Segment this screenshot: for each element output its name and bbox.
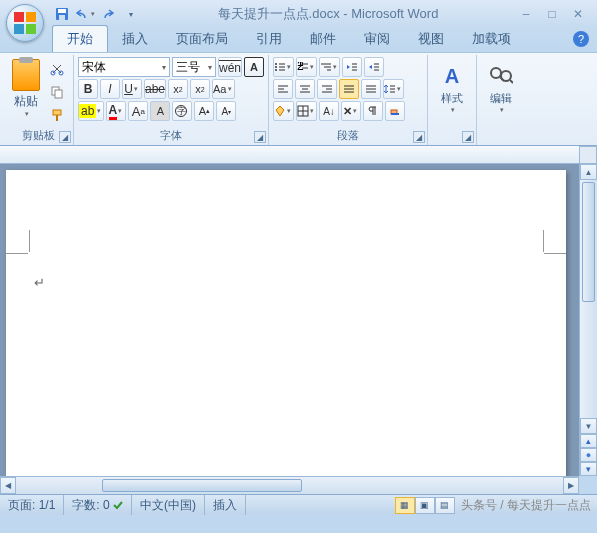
status-page[interactable]: 页面: 1/1: [0, 495, 64, 515]
prev-page-button[interactable]: ▴: [580, 434, 597, 448]
character-shading-button[interactable]: A: [150, 101, 170, 121]
hscroll-thumb[interactable]: [102, 479, 302, 492]
tab-home[interactable]: 开始: [52, 25, 108, 52]
font-size-value: 三号: [176, 59, 200, 76]
bold-button[interactable]: B: [78, 79, 98, 99]
cut-button[interactable]: [47, 59, 67, 79]
tab-review[interactable]: 审阅: [350, 26, 404, 52]
shading-button[interactable]: ▾: [273, 101, 294, 121]
styles-dialog-launcher[interactable]: ◢: [462, 131, 474, 143]
scroll-up-button[interactable]: ▲: [580, 164, 597, 180]
status-language[interactable]: 中文(中国): [132, 495, 205, 515]
subscript-button[interactable]: x2: [168, 79, 188, 99]
paragraph-dialog-launcher[interactable]: ◢: [413, 131, 425, 143]
clear-formatting-button[interactable]: [385, 101, 405, 121]
web-layout-view-button[interactable]: ▤: [435, 497, 455, 514]
print-layout-view-button[interactable]: ▦: [395, 497, 415, 514]
group-paragraph-title: 段落: [273, 126, 423, 145]
align-left-button[interactable]: [273, 79, 293, 99]
title-bar: ▾ ▾ 每天提升一点点.docx - Microsoft Word – □ ✕: [0, 0, 597, 28]
font-dialog-launcher[interactable]: ◢: [254, 131, 266, 143]
bullets-button[interactable]: ▾: [273, 57, 294, 77]
multilevel-list-button[interactable]: ▾: [319, 57, 340, 77]
numbering-button[interactable]: 12▾: [296, 57, 317, 77]
help-button[interactable]: ?: [573, 31, 589, 47]
group-font-title: 字体: [78, 126, 264, 145]
vertical-scrollbar[interactable]: ▲ ▼ ▴ ● ▾: [579, 164, 597, 476]
strikethrough-button[interactable]: abe: [144, 79, 166, 99]
status-words[interactable]: 字数: 0: [64, 495, 132, 515]
scroll-left-button[interactable]: ◀: [0, 477, 16, 494]
editing-button[interactable]: 编辑 ▾: [481, 57, 521, 127]
enclose-characters-button[interactable]: 字: [172, 101, 192, 121]
clipboard-dialog-launcher[interactable]: ◢: [59, 131, 71, 143]
tab-references[interactable]: 引用: [242, 26, 296, 52]
distributed-button[interactable]: [361, 79, 381, 99]
font-color-button[interactable]: A▾: [106, 101, 126, 121]
tab-view[interactable]: 视图: [404, 26, 458, 52]
align-right-button[interactable]: [317, 79, 337, 99]
next-page-button[interactable]: ▾: [580, 462, 597, 476]
minimize-button[interactable]: –: [515, 5, 537, 23]
undo-button[interactable]: ▾: [75, 4, 95, 24]
underline-button[interactable]: U▾: [122, 79, 142, 99]
line-spacing-button[interactable]: ▾: [383, 79, 404, 99]
font-family-value: 宋体: [82, 59, 106, 76]
tab-insert[interactable]: 插入: [108, 26, 162, 52]
office-button[interactable]: [6, 4, 44, 42]
increase-indent-button[interactable]: [364, 57, 384, 77]
show-marks-button[interactable]: [363, 101, 383, 121]
character-border-button[interactable]: A: [244, 57, 264, 77]
svg-point-53: [501, 71, 511, 81]
scroll-right-button[interactable]: ▶: [563, 477, 579, 494]
grow-font-button[interactable]: Aa: [128, 101, 148, 121]
styles-label: 样式: [441, 91, 463, 106]
justify-button[interactable]: [339, 79, 359, 99]
asian-layout-button[interactable]: ✕▾: [341, 101, 361, 121]
browse-object-button[interactable]: ●: [580, 448, 597, 462]
grow-font-a-button[interactable]: A▴: [194, 101, 214, 121]
font-size-combo[interactable]: 三号▾: [172, 57, 216, 77]
group-font: 宋体▾ 三号▾ wén A B I U▾ abe x2 x2 Aa▾ ab▾ A…: [74, 55, 269, 145]
styles-button[interactable]: A 样式 ▾: [432, 57, 472, 127]
paste-button[interactable]: 粘贴 ▾: [7, 57, 45, 126]
change-case-button[interactable]: Aa▾: [212, 79, 234, 99]
svg-point-9: [275, 63, 277, 65]
spellcheck-icon: [113, 500, 123, 510]
redo-button[interactable]: [98, 4, 118, 24]
horizontal-scrollbar[interactable]: ◀ ▶: [0, 476, 579, 494]
decrease-indent-button[interactable]: [342, 57, 362, 77]
italic-button[interactable]: I: [100, 79, 120, 99]
svg-line-54: [510, 80, 513, 83]
status-insert-mode[interactable]: 插入: [205, 495, 246, 515]
document-area: ↵ ▲ ▼ ▴ ● ▾ ◀ ▶: [0, 146, 597, 494]
status-words-label: 字数: 0: [72, 497, 109, 514]
qat-customize-button[interactable]: ▾: [121, 4, 141, 24]
copy-button[interactable]: [47, 82, 67, 102]
maximize-button[interactable]: □: [541, 5, 563, 23]
close-button[interactable]: ✕: [567, 5, 589, 23]
editing-label: 编辑: [490, 91, 512, 106]
font-family-combo[interactable]: 宋体▾: [78, 57, 170, 77]
tab-page-layout[interactable]: 页面布局: [162, 26, 242, 52]
ruler-toggle-button[interactable]: [579, 146, 597, 164]
group-editing: 编辑 ▾ _: [477, 55, 525, 145]
borders-button[interactable]: ▾: [296, 101, 317, 121]
margin-guide-icon: [542, 230, 544, 252]
shrink-font-a-button[interactable]: A▾: [216, 101, 236, 121]
sort-button[interactable]: A↓: [319, 101, 339, 121]
document-viewport[interactable]: ↵: [0, 164, 579, 476]
phonetic-guide-button[interactable]: wén: [218, 57, 242, 77]
align-center-button[interactable]: [295, 79, 315, 99]
tab-addins[interactable]: 加载项: [458, 26, 525, 52]
highlight-button[interactable]: ab▾: [78, 101, 104, 121]
horizontal-ruler[interactable]: [0, 146, 579, 164]
document-page[interactable]: ↵: [6, 170, 566, 476]
superscript-button[interactable]: x2: [190, 79, 210, 99]
full-screen-view-button[interactable]: ▣: [415, 497, 435, 514]
save-button[interactable]: [52, 4, 72, 24]
vscroll-thumb[interactable]: [582, 182, 595, 302]
tab-mailings[interactable]: 邮件: [296, 26, 350, 52]
scroll-down-button[interactable]: ▼: [580, 418, 597, 434]
format-painter-button[interactable]: [47, 105, 67, 125]
